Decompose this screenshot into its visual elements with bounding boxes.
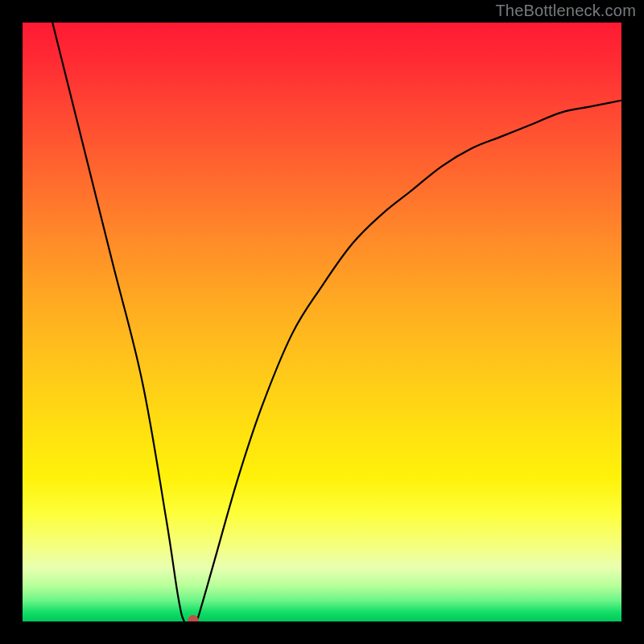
chart-frame: TheBottleneck.com (0, 0, 644, 644)
watermark-text: TheBottleneck.com (495, 2, 636, 20)
plot-area (23, 23, 621, 621)
bottleneck-curve (23, 23, 621, 621)
